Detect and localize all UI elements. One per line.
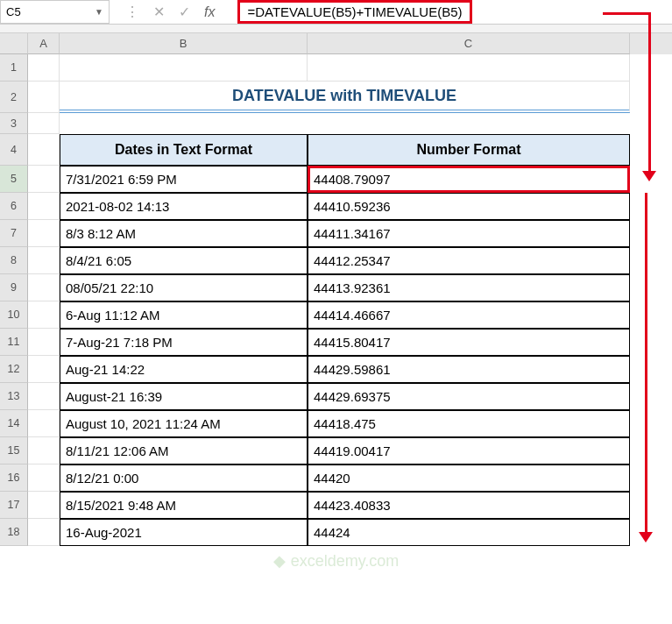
- cell-B10[interactable]: 6-Aug 11:12 AM: [60, 301, 308, 329]
- cell-A9[interactable]: [28, 274, 60, 301]
- watermark-text: exceldemy.com: [291, 552, 400, 571]
- col-header-B[interactable]: B: [60, 33, 308, 54]
- cell-C14[interactable]: 44418.475: [308, 410, 630, 437]
- row-6: 62021-08-02 14:1344410.59236: [0, 193, 672, 220]
- row-header-11[interactable]: 11: [0, 329, 28, 356]
- row-4: 4 Dates in Text Format Number Format: [0, 134, 672, 166]
- name-box-value: C5: [6, 5, 21, 18]
- cell-A11[interactable]: [28, 329, 60, 356]
- name-box[interactable]: C5 ▼: [0, 0, 110, 24]
- cell-B18[interactable]: 16-Aug-2021: [60, 519, 308, 546]
- header-cell-B[interactable]: Dates in Text Format: [60, 134, 308, 166]
- row-header-10[interactable]: 10: [0, 301, 28, 329]
- cell-A5[interactable]: [28, 166, 60, 193]
- cell-A4[interactable]: [28, 134, 60, 166]
- row-header-5[interactable]: 5: [0, 166, 28, 193]
- cell-C16[interactable]: 44420: [308, 464, 630, 492]
- cell-C8[interactable]: 44412.25347: [308, 247, 630, 274]
- cell-A14[interactable]: [28, 410, 60, 437]
- spreadsheet-grid: A B C 1 2 DATEVALUE with TIMEVALUE 3 4 D…: [0, 33, 672, 546]
- row-header-14[interactable]: 14: [0, 410, 28, 437]
- row-header-1[interactable]: 1: [0, 54, 28, 82]
- col-header-C[interactable]: C: [308, 33, 630, 54]
- cell-A12[interactable]: [28, 356, 60, 383]
- cell-B13[interactable]: August-21 16:39: [60, 383, 308, 410]
- cell-A10[interactable]: [28, 301, 60, 329]
- row-1: 1: [0, 54, 672, 82]
- row-header-15[interactable]: 15: [0, 437, 28, 464]
- history-icon[interactable]: ⋮: [125, 4, 139, 20]
- row-header-17[interactable]: 17: [0, 492, 28, 519]
- cell-B9[interactable]: 08/05/21 22:10: [60, 274, 308, 301]
- cell-B15[interactable]: 8/11/21 12:06 AM: [60, 437, 308, 464]
- cell-B11[interactable]: 7-Aug-21 7:18 PM: [60, 329, 308, 356]
- cell-B1[interactable]: [60, 54, 308, 82]
- cell-A2[interactable]: [28, 82, 60, 113]
- cell-A3[interactable]: [28, 113, 60, 134]
- cell-B3[interactable]: [60, 113, 308, 134]
- formula-bar-row: C5 ▼ ⋮ ✕ ✓ fx =DATEVALUE(B5)+TIMEVALUE(B…: [0, 0, 672, 25]
- watermark-icon: ◆: [273, 551, 286, 571]
- cell-C5[interactable]: 44408.79097: [308, 166, 630, 193]
- formula-bar-icons: ⋮ ✕ ✓ fx: [110, 4, 230, 20]
- row-16: 168/12/21 0:0044420: [0, 464, 672, 492]
- row-15: 158/11/21 12:06 AM44419.00417: [0, 437, 672, 464]
- cell-C11[interactable]: 44415.80417: [308, 329, 630, 356]
- cell-A13[interactable]: [28, 383, 60, 410]
- chevron-down-icon[interactable]: ▼: [95, 7, 103, 17]
- col-header-A[interactable]: A: [28, 33, 60, 54]
- cell-A15[interactable]: [28, 437, 60, 464]
- cell-A1[interactable]: [28, 54, 60, 82]
- cell-C13[interactable]: 44429.69375: [308, 383, 630, 410]
- cell-C18[interactable]: 44424: [308, 519, 630, 546]
- cell-C1[interactable]: [308, 54, 630, 82]
- row-header-18[interactable]: 18: [0, 519, 28, 546]
- row-header-8[interactable]: 8: [0, 247, 28, 274]
- row-13: 13August-21 16:3944429.69375: [0, 383, 672, 410]
- cell-B8[interactable]: 8/4/21 6:05: [60, 247, 308, 274]
- cell-B12[interactable]: Aug-21 14:22: [60, 356, 308, 383]
- cell-A6[interactable]: [28, 193, 60, 220]
- row-header-2[interactable]: 2: [0, 82, 28, 113]
- cell-B17[interactable]: 8/15/2021 9:48 AM: [60, 492, 308, 519]
- row-header-12[interactable]: 12: [0, 356, 28, 383]
- header-cell-C[interactable]: Number Format: [308, 134, 630, 166]
- row-14: 14August 10, 2021 11:24 AM44418.475: [0, 410, 672, 437]
- row-header-16[interactable]: 16: [0, 464, 28, 492]
- row-header-13[interactable]: 13: [0, 383, 28, 410]
- row-header-9[interactable]: 9: [0, 274, 28, 301]
- header-C-label: Number Format: [416, 142, 520, 158]
- cell-B6[interactable]: 2021-08-02 14:13: [60, 193, 308, 220]
- cell-C7[interactable]: 44411.34167: [308, 220, 630, 247]
- row-header-4[interactable]: 4: [0, 134, 28, 166]
- cell-A7[interactable]: [28, 220, 60, 247]
- cell-B7[interactable]: 8/3 8:12 AM: [60, 220, 308, 247]
- cell-A18[interactable]: [28, 519, 60, 546]
- row-2: 2 DATEVALUE with TIMEVALUE: [0, 82, 672, 113]
- cancel-icon[interactable]: ✕: [153, 4, 165, 20]
- cell-C10[interactable]: 44414.46667: [308, 301, 630, 329]
- cell-B5[interactable]: 7/31/2021 6:59 PM: [60, 166, 308, 193]
- row-10: 106-Aug 11:12 AM44414.46667: [0, 301, 672, 329]
- row-header-7[interactable]: 7: [0, 220, 28, 247]
- cell-A16[interactable]: [28, 464, 60, 492]
- cell-C6[interactable]: 44410.59236: [308, 193, 630, 220]
- header-B-label: Dates in Text Format: [115, 142, 252, 158]
- row-header-3[interactable]: 3: [0, 113, 28, 134]
- row-header-6[interactable]: 6: [0, 193, 28, 220]
- annotation-arrow-horizontal: [603, 12, 650, 15]
- cell-A8[interactable]: [28, 247, 60, 274]
- cell-C17[interactable]: 44423.40833: [308, 492, 630, 519]
- cell-B14[interactable]: August 10, 2021 11:24 AM: [60, 410, 308, 437]
- select-all-corner[interactable]: [0, 33, 28, 54]
- confirm-icon[interactable]: ✓: [179, 4, 190, 20]
- fx-icon[interactable]: fx: [204, 4, 215, 20]
- title-cell[interactable]: DATEVALUE with TIMEVALUE: [60, 82, 630, 113]
- cell-B16[interactable]: 8/12/21 0:00: [60, 464, 308, 492]
- formula-text: =DATEVALUE(B5)+TIMEVALUE(B5): [237, 0, 471, 24]
- cell-C9[interactable]: 44413.92361: [308, 274, 630, 301]
- cell-C15[interactable]: 44419.00417: [308, 437, 630, 464]
- cell-A17[interactable]: [28, 492, 60, 519]
- cell-C3[interactable]: [308, 113, 630, 134]
- cell-C12[interactable]: 44429.59861: [308, 356, 630, 383]
